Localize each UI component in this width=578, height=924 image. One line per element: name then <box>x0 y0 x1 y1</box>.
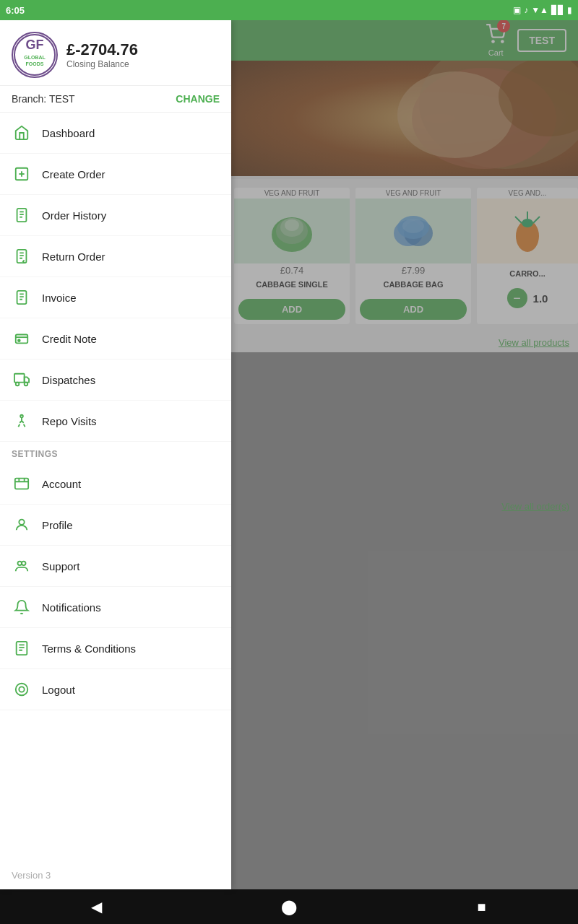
notifications-label: Notifications <box>42 601 101 614</box>
app-logo: GF GLOBAL FOODS <box>12 32 58 78</box>
terms-icon <box>12 638 32 658</box>
return-order-label: Return Order <box>42 250 105 263</box>
support-label: Support <box>42 560 80 572</box>
svg-text:GLOBAL: GLOBAL <box>24 55 46 60</box>
terms-label: Terms & Conditions <box>42 642 136 655</box>
credit-note-label: Credit Note <box>42 333 97 345</box>
dashboard-label: Dashboard <box>42 127 95 139</box>
logout-label: Logout <box>42 684 75 696</box>
home-icon <box>12 123 32 143</box>
svg-point-20 <box>19 520 24 525</box>
sidebar-item-terms[interactable]: Terms & Conditions <box>0 628 231 669</box>
svg-rect-15 <box>14 374 25 383</box>
sidebar-item-dispatches[interactable]: Dispatches <box>0 359 231 401</box>
repo-visits-icon <box>12 411 32 431</box>
notifications-icon <box>12 597 32 617</box>
sidebar-item-invoice[interactable]: Invoice <box>0 277 231 318</box>
sidebar-item-order-history[interactable]: Order History <box>0 195 231 236</box>
repo-visits-label: Repo Visits <box>42 415 97 427</box>
sidebar-item-credit-note[interactable]: Credit Note <box>0 318 231 359</box>
sidebar-item-dashboard[interactable]: Dashboard <box>0 113 231 154</box>
order-history-label: Order History <box>42 209 106 222</box>
content-overlay <box>231 20 578 889</box>
profile-label: Profile <box>42 519 73 531</box>
svg-point-18 <box>20 415 23 418</box>
status-bar: 6:05 ▣ ♪ ▼▲ ▊▊ ▮ <box>0 0 578 20</box>
sidebar-item-return-order[interactable]: Return Order <box>0 236 231 277</box>
status-time: 6:05 <box>6 5 25 16</box>
svg-rect-13 <box>16 335 28 344</box>
dispatches-icon <box>12 370 32 390</box>
balance-section: £-2704.76 Closing Balance <box>66 40 138 69</box>
svg-point-25 <box>19 687 24 692</box>
order-history-icon <box>12 205 32 225</box>
svg-text:FOODS: FOODS <box>26 61 44 66</box>
home-button[interactable]: ⬤ <box>275 892 303 921</box>
main-layout: GF GLOBAL FOODS £-2704.76 Closing Balanc… <box>0 20 578 889</box>
support-icon <box>12 556 32 576</box>
sidebar-item-notifications[interactable]: Notifications <box>0 587 231 628</box>
balance-amount: £-2704.76 <box>66 40 138 59</box>
back-button[interactable]: ◀ <box>82 892 111 921</box>
create-order-label: Create Order <box>42 168 105 180</box>
sidebar-item-account[interactable]: Account <box>0 463 231 505</box>
sidebar-item-profile[interactable]: Profile <box>0 505 231 546</box>
change-button[interactable]: CHANGE <box>176 93 220 105</box>
svg-point-22 <box>22 562 26 566</box>
logo-svg: GF GLOBAL FOODS <box>13 33 56 77</box>
bottom-bar: ◀ ⬤ ■ <box>0 889 578 924</box>
music-icon: ♪ <box>524 5 528 15</box>
sidebar-item-repo-visits[interactable]: Repo Visits <box>0 401 231 442</box>
wifi-icon: ▼▲ <box>531 5 548 15</box>
account-icon <box>12 474 32 494</box>
dispatches-label: Dispatches <box>42 374 95 386</box>
create-order-icon <box>12 164 32 184</box>
sidebar-item-create-order[interactable]: Create Order <box>0 154 231 195</box>
signal-icon: ▊▊ <box>551 5 564 15</box>
credit-note-icon <box>12 328 32 349</box>
settings-header: SETTINGS <box>0 442 231 463</box>
recents-button[interactable]: ■ <box>467 892 496 921</box>
invoice-icon <box>12 287 32 308</box>
sidebar: GF GLOBAL FOODS £-2704.76 Closing Balanc… <box>0 20 231 889</box>
content-area: 7 Cart TEST VEG AN <box>231 20 578 889</box>
status-icons: ▣ ♪ ▼▲ ▊▊ ▮ <box>513 5 572 15</box>
invoice-label: Invoice <box>42 292 77 304</box>
nav-section: Dashboard Create Order O <box>0 113 231 861</box>
svg-point-14 <box>18 339 20 341</box>
branch-text: Branch: TEST <box>12 93 75 105</box>
return-order-icon <box>12 246 32 266</box>
battery-icon: ▮ <box>567 5 572 15</box>
svg-point-16 <box>16 383 20 386</box>
svg-text:GF: GF <box>26 38 44 52</box>
account-label: Account <box>42 478 81 490</box>
sidebar-item-logout[interactable]: Logout <box>0 669 231 710</box>
sidebar-header: GF GLOBAL FOODS £-2704.76 Closing Balanc… <box>0 20 231 86</box>
svg-point-24 <box>16 684 28 696</box>
profile-icon <box>12 515 32 535</box>
version-text: Version 3 <box>0 861 231 889</box>
svg-rect-19 <box>15 479 28 489</box>
balance-label: Closing Balance <box>66 59 138 69</box>
branch-row: Branch: TEST CHANGE <box>0 86 231 113</box>
svg-point-17 <box>25 383 28 386</box>
sim-icon: ▣ <box>513 5 521 15</box>
sidebar-item-support[interactable]: Support <box>0 546 231 587</box>
logout-icon <box>12 679 32 699</box>
